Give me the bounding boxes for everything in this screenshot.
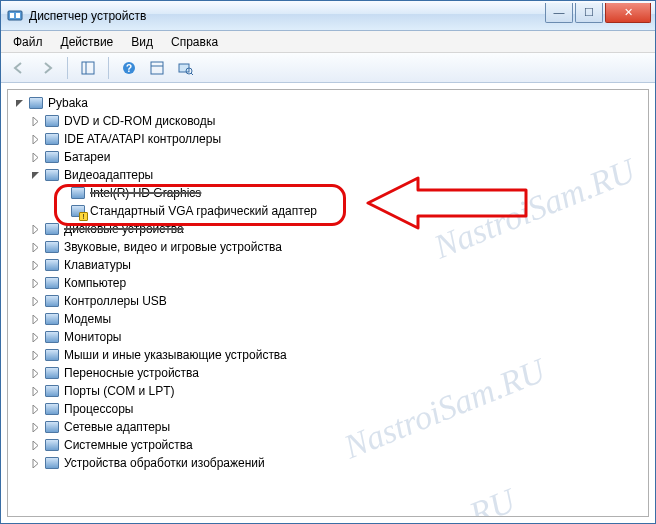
svg-line-11 (191, 73, 193, 75)
expand-icon[interactable] (28, 402, 42, 416)
tree-node-label: Звуковые, видео и игровые устройства (64, 238, 282, 256)
tree-node[interactable]: Intel(R) HD Graphics (10, 184, 646, 202)
expand-icon[interactable] (28, 420, 42, 434)
expand-icon[interactable] (28, 258, 42, 272)
warning-badge-icon: ! (79, 212, 88, 221)
tree-node[interactable]: Модемы (10, 310, 646, 328)
tree-node[interactable]: Контроллеры USB (10, 292, 646, 310)
controller-icon (44, 131, 60, 147)
tree-node[interactable]: Мыши и иные указывающие устройства (10, 346, 646, 364)
display-icon: ! (70, 203, 86, 219)
disk-icon (44, 221, 60, 237)
minimize-button[interactable]: — (545, 3, 573, 23)
expand-icon[interactable] (28, 384, 42, 398)
computer-icon (44, 275, 60, 291)
menu-file[interactable]: Файл (5, 33, 51, 51)
expand-icon[interactable] (28, 114, 42, 128)
expand-icon[interactable] (28, 150, 42, 164)
cpu-icon (44, 401, 60, 417)
svg-rect-2 (16, 13, 20, 18)
display-icon (44, 167, 60, 183)
tree-node[interactable]: Видеоадаптеры (10, 166, 646, 184)
maximize-button[interactable]: ☐ (575, 3, 603, 23)
menu-action[interactable]: Действие (53, 33, 122, 51)
computer-icon (28, 95, 44, 111)
tree-node[interactable]: Переносные устройства (10, 364, 646, 382)
collapse-icon[interactable] (28, 168, 42, 182)
scan-button[interactable] (173, 56, 197, 80)
tree-node[interactable]: Звуковые, видео и игровые устройства (10, 238, 646, 256)
expand-icon[interactable] (28, 438, 42, 452)
toolbar-separator (108, 57, 109, 79)
window-title: Диспетчер устройств (29, 9, 545, 23)
expander-none (54, 186, 68, 200)
svg-rect-7 (151, 62, 163, 74)
device-tree[interactable]: PybakaDVD и CD-ROM дисководыIDE ATA/ATAP… (8, 90, 648, 476)
imaging-icon (44, 455, 60, 471)
tree-node-label: Pybaka (48, 94, 88, 112)
watermark: NastroiSam.RU (309, 481, 521, 517)
collapse-icon[interactable] (12, 96, 26, 110)
tree-node[interactable]: Системные устройства (10, 436, 646, 454)
port-icon (44, 383, 60, 399)
tree-node[interactable]: Клавиатуры (10, 256, 646, 274)
expand-icon[interactable] (28, 330, 42, 344)
tree-node[interactable]: Компьютер (10, 274, 646, 292)
tree-node-label: Устройства обработки изображений (64, 454, 265, 472)
svg-text:?: ? (126, 63, 132, 74)
menu-view[interactable]: Вид (123, 33, 161, 51)
showhide-button[interactable] (76, 56, 100, 80)
portable-icon (44, 365, 60, 381)
tree-node[interactable]: Процессоры (10, 400, 646, 418)
expand-icon[interactable] (28, 312, 42, 326)
tree-node-label: Видеоадаптеры (64, 166, 153, 184)
tree-node-label: DVD и CD-ROM дисководы (64, 112, 215, 130)
expand-icon[interactable] (28, 366, 42, 380)
expand-icon[interactable] (28, 456, 42, 470)
expand-icon[interactable] (28, 348, 42, 362)
tree-node-label: Сетевые адаптеры (64, 418, 170, 436)
tree-node-label: Клавиатуры (64, 256, 131, 274)
tree-node-label: Переносные устройства (64, 364, 199, 382)
expand-icon[interactable] (28, 294, 42, 308)
network-icon (44, 419, 60, 435)
tree-node[interactable]: IDE ATA/ATAPI контроллеры (10, 130, 646, 148)
tree-node[interactable]: Устройства обработки изображений (10, 454, 646, 472)
expand-icon[interactable] (28, 240, 42, 254)
back-button[interactable] (7, 56, 31, 80)
monitor-icon (44, 329, 60, 345)
expand-icon[interactable] (28, 132, 42, 146)
tree-node[interactable]: Мониторы (10, 328, 646, 346)
device-manager-window: Диспетчер устройств — ☐ ✕ Файл Действие … (0, 0, 656, 524)
forward-button[interactable] (35, 56, 59, 80)
tree-node[interactable]: Порты (COM и LPT) (10, 382, 646, 400)
expander-none (54, 204, 68, 218)
tree-node[interactable]: Pybaka (10, 94, 646, 112)
help-button[interactable]: ? (117, 56, 141, 80)
device-tree-panel: PybakaDVD и CD-ROM дисководыIDE ATA/ATAP… (7, 89, 649, 517)
titlebar: Диспетчер устройств — ☐ ✕ (1, 1, 655, 31)
tree-node[interactable]: Дисковые устройства (10, 220, 646, 238)
properties-button[interactable] (145, 56, 169, 80)
app-icon (7, 8, 23, 24)
sound-icon (44, 239, 60, 255)
menu-help[interactable]: Справка (163, 33, 226, 51)
disc-icon (44, 113, 60, 129)
svg-rect-3 (82, 62, 94, 74)
tree-node[interactable]: DVD и CD-ROM дисководы (10, 112, 646, 130)
tree-node-label: IDE ATA/ATAPI контроллеры (64, 130, 221, 148)
tree-node[interactable]: Батареи (10, 148, 646, 166)
toolbar-separator (67, 57, 68, 79)
tree-node-label: Intel(R) HD Graphics (90, 184, 201, 202)
tree-node-label: Мониторы (64, 328, 121, 346)
tree-node-label: Мыши и иные указывающие устройства (64, 346, 287, 364)
window-buttons: — ☐ ✕ (545, 3, 655, 23)
tree-node[interactable]: Сетевые адаптеры (10, 418, 646, 436)
tree-node-label: Порты (COM и LPT) (64, 382, 175, 400)
expand-icon[interactable] (28, 222, 42, 236)
display-icon (70, 185, 86, 201)
usb-icon (44, 293, 60, 309)
close-button[interactable]: ✕ (605, 3, 651, 23)
expand-icon[interactable] (28, 276, 42, 290)
tree-node[interactable]: !Стандартный VGA графический адаптер (10, 202, 646, 220)
